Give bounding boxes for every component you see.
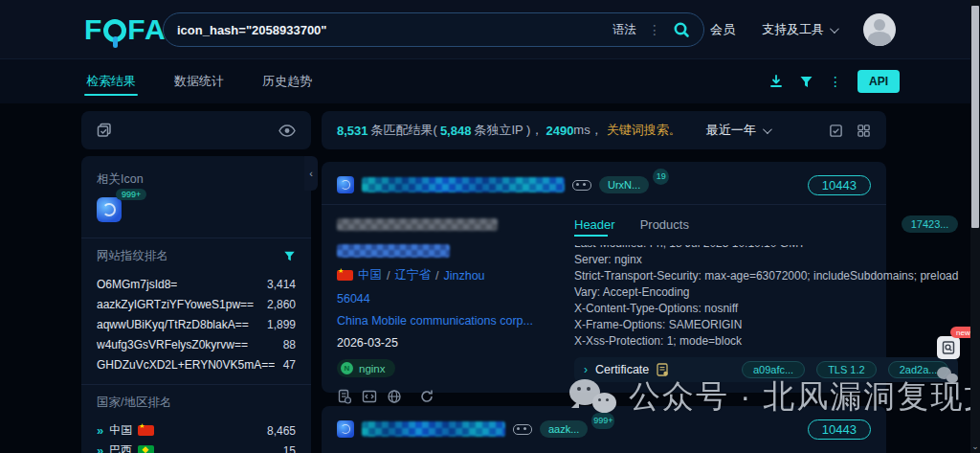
header-line: X-Content-Type-Options: nosniff — [574, 301, 958, 317]
user-avatar[interactable] — [863, 13, 896, 46]
filter-icon[interactable] — [799, 75, 813, 89]
keyword-search-link[interactable]: 关键词搜索。 — [607, 122, 681, 139]
nginx-icon: N — [341, 362, 353, 374]
scrollbar-thumb[interactable] — [971, 6, 979, 228]
fingerprint-name[interactable]: w4ufg3GsVRFelysZ0kyrvw== — [97, 338, 248, 351]
region-row[interactable]: » 巴西 15 — [97, 441, 296, 453]
refresh-icon[interactable] — [419, 389, 434, 404]
region-name[interactable]: 中国 — [109, 422, 132, 439]
redacted-ip[interactable] — [337, 244, 450, 258]
organization-link[interactable]: China Mobile communications corp... — [337, 314, 533, 328]
fingerprint-row[interactable]: aazkZyIGRTziYFYoweS1pw== 2,860 — [97, 294, 296, 314]
server-tag-pill[interactable]: N nginx — [337, 359, 395, 377]
certificate-doc-icon — [657, 363, 669, 376]
tab-header[interactable]: Header — [574, 217, 615, 232]
result-tabs: 检索结果 数据统计 历史趋势 — [84, 59, 314, 103]
search-more-icon[interactable]: ⋮ — [648, 23, 661, 36]
result-action-icons — [337, 389, 557, 404]
divider — [81, 238, 311, 238]
member-link[interactable]: 会员 — [710, 21, 735, 38]
search-bar: 语法 ⋮ — [163, 12, 704, 47]
summary-icons — [829, 124, 871, 138]
fingerprint-name[interactable]: O6MGm7jsId8= — [97, 278, 177, 291]
fofa-logo[interactable]: FFA — [84, 13, 167, 46]
country-link[interactable]: 中国 — [358, 267, 382, 283]
logo-text-2: FA — [127, 13, 166, 46]
result-tag[interactable]: aazk... — [540, 420, 588, 438]
more-options-icon[interactable]: ⋮ — [829, 75, 842, 88]
tab-history-trend[interactable]: 历史趋势 — [260, 61, 314, 102]
related-icon-count-badge: 999+ — [116, 189, 146, 200]
page-scrollbar[interactable]: ⌄ — [970, 0, 980, 453]
fingerprint-row[interactable]: aqwwUBiKyq/TtRzD8blakA== 1,899 — [97, 314, 296, 334]
site-favicon — [337, 420, 354, 438]
chevron-right-icon: › — [584, 363, 588, 376]
province-link[interactable]: 辽宁省 — [394, 267, 431, 283]
fingerprint-name[interactable]: aazkZyIGRTziYFYoweS1pw== — [97, 298, 254, 311]
logo-text: F — [84, 13, 102, 46]
chevron-down-icon — [763, 125, 772, 134]
http-headers[interactable]: Last-Modified: Fri, 18 Jul 2025 10:10:10… — [574, 245, 958, 350]
syntax-button[interactable]: 语法 — [612, 22, 636, 38]
result-card: aazk... 999+ 10443 — [322, 406, 886, 453]
cert-serial-badge[interactable]: 17423... — [902, 215, 959, 233]
flag-brazil-icon — [138, 445, 154, 453]
org-row: China Mobile communications corp... — [337, 314, 557, 328]
fingerprint-filter-icon[interactable] — [283, 250, 296, 262]
fingerprint-name[interactable]: aqwwUBiKyq/TtRzD8blakA== — [97, 318, 249, 331]
region-name[interactable]: 巴西 — [109, 442, 132, 453]
select-results-icon[interactable] — [829, 124, 843, 138]
tab-products[interactable]: Products — [640, 217, 689, 232]
fingerprint-row[interactable]: w4ufg3GsVRFelysZ0kyrvw== 88 — [97, 334, 296, 354]
unique-ip-count: 5,848 — [440, 124, 472, 138]
tools-menu[interactable]: 支持及工具 — [762, 21, 836, 38]
download-icon[interactable] — [768, 74, 784, 89]
result-tag[interactable]: UrxN... — [599, 176, 649, 193]
asn-link[interactable]: 56044 — [337, 292, 370, 306]
globe-icon[interactable] — [387, 389, 402, 404]
fingerprint-count: 1,899 — [267, 318, 296, 331]
code-view-icon[interactable] — [362, 389, 377, 404]
fingerprint-row[interactable]: GHDZuVcXD2L+ERYN0VK5mA== 47 — [97, 354, 296, 374]
region-count: 8,465 — [267, 424, 296, 438]
redacted-title[interactable] — [362, 177, 565, 193]
time-range-dropdown[interactable]: 最近一年 — [706, 122, 769, 139]
link-icon[interactable] — [513, 424, 532, 435]
api-button[interactable]: API — [858, 70, 900, 93]
scroll-down-arrow[interactable]: ⌄ — [970, 442, 980, 451]
cert-fingerprint-badge[interactable]: a09afc... — [742, 361, 805, 378]
top-navbar: FFA 语法 ⋮ 会员 支持及工具 — [0, 0, 980, 59]
summary-text: ms， — [573, 122, 602, 139]
fingerprint-name[interactable]: GHDZuVcXD2L+ERYN0VK5mA== — [97, 358, 275, 372]
redacted-title[interactable] — [362, 421, 505, 437]
result-card: UrxN... 19 10443 中国 / 辽宁省 / Jinzhou 5604… — [322, 162, 886, 393]
result-body: 中国 / 辽宁省 / Jinzhou 56044 China Mobile co… — [337, 213, 871, 404]
fingerprint-row[interactable]: O6MGm7jsId8= 3,414 — [97, 274, 296, 294]
grid-view-icon[interactable] — [857, 124, 871, 138]
sidebar-collapse-button[interactable]: ‹ — [304, 156, 318, 191]
result-header: UrxN... 19 10443 — [337, 173, 871, 196]
report-icon[interactable] — [337, 389, 352, 404]
tag-count-badge: 999+ — [591, 413, 614, 429]
wechat-float-button[interactable] — [937, 367, 960, 386]
search-icon[interactable] — [673, 21, 690, 38]
search-input[interactable] — [177, 23, 612, 37]
link-icon[interactable] — [572, 180, 591, 191]
asset-search-float-button[interactable] — [937, 336, 960, 359]
logo-o-icon — [103, 19, 126, 42]
related-icon-row[interactable]: 999+ — [97, 197, 296, 222]
tls-version-badge[interactable]: TLS 1.2 — [816, 361, 877, 378]
result-header: aazk... 999+ 10443 — [337, 418, 871, 441]
eye-icon[interactable] — [278, 125, 296, 137]
fingerprint-count: 88 — [283, 338, 296, 351]
tab-search-results[interactable]: 检索结果 — [84, 61, 138, 102]
port-badge[interactable]: 10443 — [808, 419, 871, 440]
total-results-count: 8,531 — [337, 124, 368, 138]
city-link[interactable]: Jinzhou — [443, 269, 484, 283]
batch-select-icon[interactable] — [97, 123, 112, 138]
region-row[interactable]: » 中国 8,465 — [97, 420, 296, 441]
related-favicon[interactable] — [97, 197, 122, 222]
tab-statistics[interactable]: 数据统计 — [172, 61, 226, 102]
port-badge[interactable]: 10443 — [808, 175, 871, 195]
certificate-section[interactable]: › Certificate a09afc... TLS 1.2 2ad2a... — [574, 357, 958, 382]
